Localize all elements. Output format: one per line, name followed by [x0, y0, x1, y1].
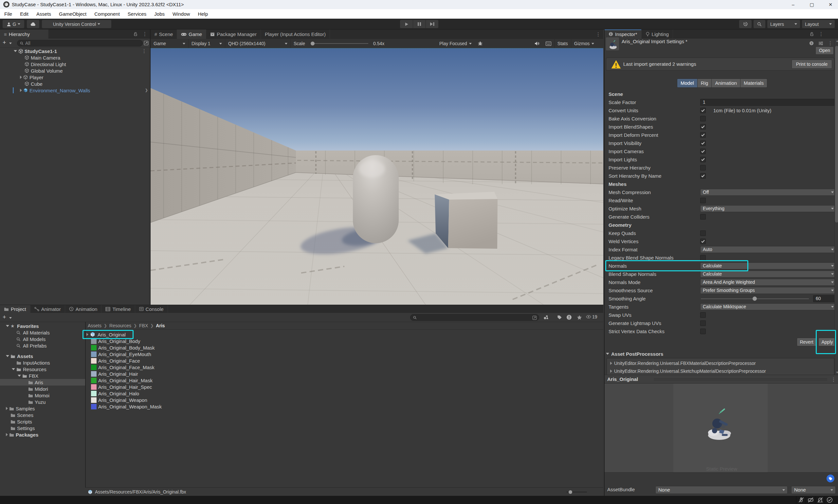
- add-asset-button[interactable]: +: [3, 314, 6, 321]
- file-aris_original_body[interactable]: Aris_Original_Body: [86, 338, 603, 344]
- checkbox[interactable]: [700, 140, 706, 146]
- display-dropdown[interactable]: Display 1: [189, 39, 225, 48]
- preview-menu-icon[interactable]: ⋮: [831, 377, 836, 382]
- file-aris_original[interactable]: Aris_Original: [86, 331, 603, 338]
- scene-picker-icon[interactable]: [144, 40, 149, 46]
- checkbox[interactable]: [700, 328, 706, 334]
- tab-project-console[interactable]: Console: [135, 305, 168, 313]
- import-tab-rig[interactable]: Rig: [698, 78, 712, 88]
- dropdown[interactable]: Calculate Mikktspace: [700, 303, 836, 310]
- presets-icon[interactable]: [818, 41, 823, 46]
- checkbox[interactable]: [700, 116, 706, 122]
- project-tree-scripts[interactable]: Scripts: [0, 418, 85, 425]
- tab-game-scene[interactable]: #Scene: [150, 30, 177, 39]
- project-tree-all-prefabs[interactable]: All Prefabs: [0, 342, 85, 349]
- stats-button[interactable]: Stats: [554, 39, 571, 48]
- postprocessor-1[interactable]: UnityEditor.Rendering.Universal.Sketchup…: [610, 367, 766, 375]
- lock-icon[interactable]: [810, 32, 814, 36]
- menu-help[interactable]: Help: [198, 11, 208, 17]
- tab-project-project[interactable]: Project: [0, 305, 31, 313]
- help-icon[interactable]: ?: [809, 41, 814, 46]
- menu-window[interactable]: Window: [173, 11, 190, 17]
- pause-button[interactable]: [413, 20, 426, 28]
- vsync-keyboard-icon[interactable]: [543, 39, 554, 48]
- file-aris_original_eyemouth[interactable]: Aris_Original_EyeMouth: [86, 351, 603, 357]
- import-tab-model[interactable]: Model: [677, 78, 698, 88]
- gizmos-dropdown[interactable]: Gizmos: [571, 39, 597, 48]
- project-tree-resources[interactable]: Resources: [0, 366, 85, 373]
- checkbox[interactable]: [700, 124, 706, 130]
- menu-gameobject[interactable]: GameObject: [59, 11, 86, 17]
- assetbundle-dropdown[interactable]: None: [655, 486, 788, 494]
- tab-project-timeline[interactable]: Timeline: [102, 305, 135, 313]
- hierarchy-item-directional-light[interactable]: Directional Light: [0, 61, 150, 68]
- step-button[interactable]: [426, 20, 438, 28]
- favorites-filter-icon[interactable]: [577, 315, 582, 320]
- debug-bug-icon[interactable]: [475, 39, 486, 48]
- game-mode-dropdown[interactable]: Game: [150, 39, 189, 48]
- project-tree-settings[interactable]: Settings: [0, 425, 85, 431]
- menu-component[interactable]: Component: [94, 11, 120, 17]
- project-tree-aris[interactable]: Aris: [0, 379, 85, 385]
- postprocessor-0[interactable]: UnityEditor.Rendering.Universal.FBXMater…: [610, 360, 756, 367]
- version-control-button[interactable]: Unity Version Control: [42, 20, 111, 28]
- breadcrumb-fbx[interactable]: FBX: [139, 323, 148, 328]
- hierarchy-menu-icon[interactable]: ⋮: [142, 31, 147, 37]
- maximize-button[interactable]: ▢: [804, 0, 819, 9]
- project-tree-fbx[interactable]: FBX: [0, 373, 85, 379]
- dropdown[interactable]: Prefer Smoothing Groups: [700, 287, 836, 294]
- inspector-menu-icon[interactable]: ⋮: [819, 31, 824, 37]
- menu-services[interactable]: Services: [128, 11, 147, 17]
- checkbox[interactable]: [700, 230, 706, 236]
- assetbundle-variant-dropdown[interactable]: None: [791, 486, 836, 494]
- hierarchy-item-player[interactable]: Player: [0, 74, 150, 80]
- checkbox[interactable]: [700, 132, 706, 138]
- scale-slider[interactable]: [308, 39, 370, 48]
- tab-game-game[interactable]: Game: [177, 30, 206, 39]
- project-tree-samples[interactable]: Samples: [0, 405, 85, 412]
- import-tab-animation[interactable]: Animation: [712, 78, 741, 88]
- project-tree-inputactions[interactable]: InputActions: [0, 359, 85, 366]
- tab-game-player-input-actions-editor-[interactable]: Player (Input Actions Editor): [261, 30, 330, 39]
- breadcrumb-resources[interactable]: Resources: [109, 323, 131, 328]
- hierarchy-search-input[interactable]: All: [17, 40, 143, 47]
- resolution-dropdown[interactable]: QHD (2560x1440): [225, 39, 291, 48]
- tab-project-animation[interactable]: Animation: [65, 305, 102, 313]
- hierarchy-item-main-camera[interactable]: Main Camera: [0, 54, 150, 61]
- inspector-scrollbar[interactable]: ▲ ▼: [834, 39, 838, 375]
- search-everywhere-button[interactable]: [753, 20, 765, 28]
- import-tab-materials[interactable]: Materials: [741, 78, 767, 88]
- checkbox[interactable]: [700, 148, 706, 154]
- checkbox[interactable]: [700, 255, 706, 260]
- menu-jobs[interactable]: Jobs: [154, 11, 165, 17]
- project-tree-all-materials[interactable]: All Materials: [0, 329, 85, 336]
- layout-dropdown[interactable]: Layout: [802, 20, 835, 28]
- file-aris_original_hair[interactable]: Aris_Original_Hair: [86, 371, 603, 377]
- asset-postprocessors-foldout[interactable]: Asset PostProcessors: [606, 350, 663, 357]
- notifications-disabled-icon[interactable]: [815, 496, 824, 504]
- hierarchy-item-studycase1-1[interactable]: StudyCase1-1⋮: [0, 48, 150, 54]
- breadcrumb-assets[interactable]: Assets: [88, 323, 102, 328]
- project-tree-scenes[interactable]: Scenes: [0, 412, 85, 418]
- hidden-packages-icon[interactable]: [566, 314, 572, 320]
- dropdown[interactable]: Calculate: [700, 271, 836, 277]
- project-tree-packages[interactable]: Packages: [0, 431, 85, 438]
- collab-disabled-icon[interactable]: [806, 496, 815, 504]
- add-gameobject-button[interactable]: +: [3, 39, 6, 46]
- text-field[interactable]: 1: [700, 99, 836, 106]
- tab-project-animator[interactable]: Animator: [31, 305, 65, 313]
- file-aris_original_body_mask[interactable]: Aris_Original_Body_Mask: [86, 344, 603, 351]
- project-tree-yuzu[interactable]: Yuzu: [0, 399, 85, 405]
- menu-edit[interactable]: Edit: [20, 11, 29, 17]
- preview-header[interactable]: Aris_Original ⋮: [605, 375, 838, 383]
- play-focused-dropdown[interactable]: Play Focused: [436, 39, 475, 48]
- dropdown[interactable]: Off: [700, 189, 836, 196]
- slider-value[interactable]: 60: [813, 295, 836, 302]
- menu-file[interactable]: File: [4, 11, 12, 17]
- open-button[interactable]: Open: [816, 47, 834, 55]
- file-aris_original_face_mask[interactable]: Aris_Original_Face_Mask: [86, 364, 603, 371]
- print-to-console-button[interactable]: Print to console: [791, 59, 832, 69]
- undo-history-button[interactable]: [739, 20, 752, 28]
- file-aris_original_halo[interactable]: Aris_Original_Halo: [86, 390, 603, 397]
- bug-disabled-icon[interactable]: [796, 496, 806, 504]
